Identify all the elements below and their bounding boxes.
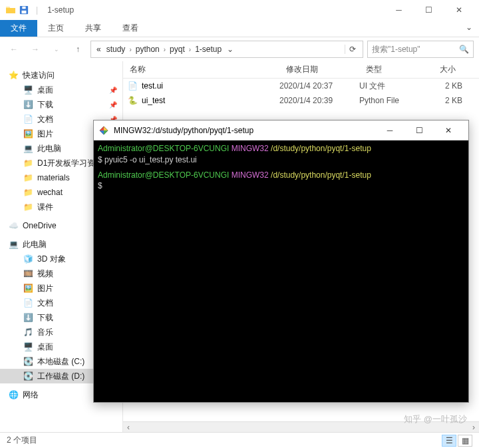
svg-marker-5: [104, 130, 108, 134]
breadcrumb-part[interactable]: python: [133, 45, 162, 54]
terminal-body[interactable]: Administrator@DESKTOP-6VCUNGI MINGW32 /d…: [94, 140, 468, 402]
ribbon-tabs: 文件 主页 共享 查看 ⌄: [0, 20, 479, 37]
mingw-icon: [99, 126, 108, 135]
pin-icon: 📌: [109, 101, 117, 109]
tab-home[interactable]: 主页: [37, 20, 75, 37]
network-icon: 🌐: [8, 389, 19, 400]
breadcrumb-dropdown-icon[interactable]: ⌄: [224, 45, 236, 54]
maximize-button[interactable]: ☐: [414, 0, 444, 20]
terminal-titlebar[interactable]: MINGW32:/d/study/python/pyqt/1-setup ─ ☐…: [94, 120, 468, 140]
pc-icon: 💻: [23, 143, 33, 154]
terminal-close-button[interactable]: ✕: [434, 121, 463, 140]
view-details-button[interactable]: ☰: [442, 435, 456, 447]
python-file-icon: 🐍: [127, 95, 138, 106]
terminal-maximize-button[interactable]: ☐: [404, 121, 434, 140]
svg-rect-2: [22, 7, 25, 9]
search-placeholder: 搜索"1-setup": [372, 44, 420, 55]
address-bar: ← → ⌄ ↑ « study› python› pyqt› 1-setup ⌄…: [0, 37, 479, 61]
svg-marker-6: [100, 130, 104, 134]
tab-view[interactable]: 查看: [112, 20, 149, 37]
scroll-left-icon[interactable]: ‹: [123, 423, 134, 432]
view-icons-button[interactable]: ▦: [458, 435, 472, 447]
search-input[interactable]: 搜索"1-setup" 🔍: [367, 41, 474, 58]
terminal-prompt: $: [98, 180, 464, 192]
item-count: 2 个项目: [7, 435, 37, 446]
cloud-icon: ☁️: [8, 220, 19, 231]
ribbon-expand-icon[interactable]: ⌄: [459, 20, 479, 37]
sidebar-item-desktop[interactable]: 🖥️桌面📌: [0, 83, 122, 97]
breadcrumb-part[interactable]: pyqt: [167, 45, 188, 54]
terminal-window: MINGW32:/d/study/python/pyqt/1-setup ─ ☐…: [93, 120, 469, 403]
col-type[interactable]: 类型: [359, 64, 422, 75]
download-icon: ⬇️: [23, 312, 33, 323]
folder-icon: 📁: [23, 158, 33, 168]
drive-icon: 💽: [23, 371, 33, 381]
col-date[interactable]: 修改日期: [279, 64, 359, 75]
breadcrumb-part[interactable]: 1-setup: [192, 45, 224, 54]
folder-icon: 📁: [23, 202, 33, 212]
terminal-command: $ pyuic5 -o ui_test.py test.ui: [98, 154, 464, 166]
breadcrumb-part[interactable]: study: [104, 45, 128, 54]
desktop-icon: 🖥️: [23, 85, 33, 95]
close-button[interactable]: ✕: [444, 0, 474, 20]
recent-dropdown[interactable]: ⌄: [48, 41, 65, 58]
terminal-title: MINGW32:/d/study/python/pyqt/1-setup: [114, 126, 253, 135]
document-icon: 📄: [23, 114, 33, 124]
up-button[interactable]: ↑: [69, 41, 86, 58]
file-row[interactable]: 🐍ui_test 2020/1/4 20:39 Python File 2 KB: [123, 93, 479, 108]
save-icon[interactable]: [19, 5, 29, 15]
svg-marker-7: [100, 126, 104, 130]
pc-icon: 💻: [8, 239, 19, 250]
forward-button[interactable]: →: [27, 41, 44, 58]
watermark: 知乎 @一叶孤沙: [404, 413, 467, 425]
folder-icon: 📁: [23, 187, 33, 198]
folder-icon: [5, 5, 16, 15]
scroll-right-icon[interactable]: ›: [468, 423, 479, 432]
svg-rect-1: [22, 11, 27, 13]
back-button[interactable]: ←: [5, 41, 23, 58]
breadcrumb-root[interactable]: «: [94, 45, 104, 54]
breadcrumb[interactable]: « study› python› pyqt› 1-setup ⌄ ⟳: [90, 41, 363, 58]
music-icon: 🎵: [23, 327, 33, 337]
window-title: 1-setup: [47, 5, 74, 15]
video-icon: 🎞️: [23, 268, 33, 279]
cube-icon: 🧊: [23, 254, 33, 264]
search-icon: 🔍: [459, 45, 469, 54]
tab-share[interactable]: 共享: [75, 20, 112, 37]
titlebar-sep: |: [36, 5, 38, 15]
svg-marker-4: [104, 126, 108, 130]
file-row[interactable]: 📄test.ui 2020/1/4 20:37 UI 文件 2 KB: [123, 79, 479, 93]
folder-icon: 📁: [23, 172, 33, 183]
picture-icon: 🖼️: [23, 283, 33, 294]
document-icon: 📄: [23, 298, 33, 308]
file-tab[interactable]: 文件: [0, 20, 37, 37]
window-titlebar: | 1-setup ─ ☐ ✕: [0, 0, 479, 20]
refresh-button[interactable]: ⟳: [345, 45, 360, 54]
star-icon: ⭐: [8, 70, 19, 81]
status-bar: 2 个项目 ☰ ▦: [0, 432, 479, 448]
minimize-button[interactable]: ─: [384, 0, 414, 20]
desktop-icon: 🖥️: [23, 341, 33, 352]
file-icon: 📄: [127, 81, 138, 91]
col-name[interactable]: 名称: [123, 64, 279, 75]
picture-icon: 🖼️: [23, 128, 33, 139]
column-headers: 名称 修改日期 类型 大小: [123, 61, 479, 79]
pin-icon: 📌: [109, 87, 117, 94]
drive-icon: 💽: [23, 356, 33, 367]
sidebar-item-downloads[interactable]: ⬇️下载📌: [0, 97, 122, 112]
terminal-minimize-button[interactable]: ─: [375, 121, 404, 140]
sidebar-quick-access[interactable]: ⭐ 快速访问: [0, 68, 122, 83]
col-size[interactable]: 大小: [422, 64, 462, 75]
download-icon: ⬇️: [23, 99, 33, 110]
